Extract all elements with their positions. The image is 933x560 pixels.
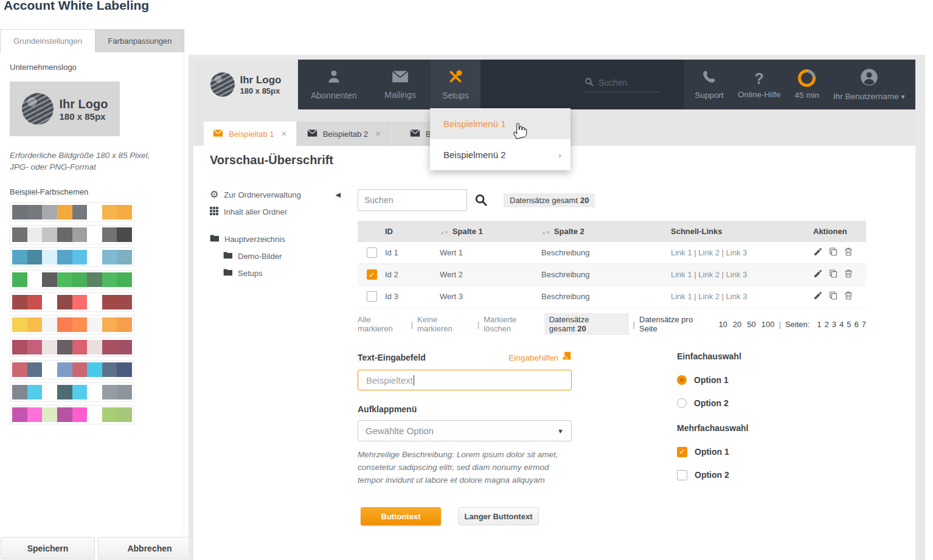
color-swatch [42, 272, 57, 287]
col-header-aktionen: Aktionen [813, 227, 866, 236]
table-search-input[interactable] [358, 189, 467, 211]
nav-logo[interactable]: Ihr Logo 180 x 85px [193, 60, 298, 109]
tree-manage-folders[interactable]: ⚙ Zur Ordnerverwaltung ◀ [210, 186, 341, 203]
nav-online-help[interactable]: ? Online-Hilfe [738, 71, 781, 99]
tree-all-folders[interactable]: Inhalt aller Ordner [210, 203, 341, 220]
cell-quick-links[interactable]: Link 1 | Link 2 | Link 3 [671, 270, 813, 279]
nav-item-abonnenten[interactable]: Abonnenten [298, 60, 370, 109]
menu-item-beispielmenu-2[interactable]: Beispielmenü 2 › [430, 139, 571, 170]
bulk-action-link[interactable]: Markierte löschen [484, 315, 544, 333]
bulk-action-link[interactable]: Keine markieren [417, 315, 473, 333]
doc-tab-2[interactable]: Beispieltab 2 ✕ [296, 122, 391, 146]
nav-item-setups[interactable]: Setups [431, 60, 480, 109]
preview-content: Vorschau-Überschrift ⚙ Zur Ordnerverwalt… [193, 146, 915, 560]
nav-item-mailings[interactable]: Mailings [370, 60, 431, 109]
per-page-option[interactable]: 100 [761, 320, 775, 329]
color-scheme-row[interactable] [10, 337, 134, 357]
delete-icon[interactable] [844, 291, 853, 302]
page-number[interactable]: 3 [832, 320, 836, 329]
color-scheme-row[interactable] [10, 405, 134, 424]
tab-grundeinstellungen[interactable]: Grundeinstellungen [0, 29, 95, 52]
radio-option-2[interactable]: Option 2 [677, 392, 799, 415]
color-scheme-row[interactable] [10, 225, 134, 244]
cancel-button[interactable]: Abbrechen [98, 537, 201, 559]
folder-hauptverzeichnis[interactable]: Hauptverzeichnis [210, 230, 341, 247]
radio-icon[interactable] [677, 375, 687, 385]
preview-panel: Ihr Logo 180 x 85px Abonnenten Mailings [189, 55, 925, 560]
color-scheme-row[interactable] [10, 360, 134, 379]
tree-label: Zur Ordnerverwaltung [224, 190, 300, 199]
color-swatch [102, 250, 117, 264]
per-page-option[interactable]: 10 [718, 320, 727, 329]
checkbox-option-2[interactable]: ✓ Option 2 [677, 463, 799, 486]
col-header-spalte2[interactable]: ▲▼Spalte 2 [541, 227, 671, 236]
folder-demo-bilder[interactable]: Demo-Bilder [210, 247, 341, 264]
input-helper-link[interactable]: Eingabehilfen [508, 351, 572, 364]
checkbox-option-1[interactable]: ✓ Option 1 [677, 440, 799, 463]
color-swatch [117, 272, 132, 287]
close-icon[interactable]: ✕ [375, 130, 381, 138]
page-title: Account White Labeling [4, 0, 149, 13]
search-icon[interactable] [474, 193, 488, 207]
page-number[interactable]: 5 [847, 320, 851, 329]
col-header-spalte1[interactable]: ▲▼Spalte 1 [440, 227, 541, 236]
row-checkbox[interactable]: ✓ [367, 247, 377, 258]
per-page-option[interactable]: 20 [733, 320, 741, 329]
text-field-label: Text-Eingabefeld [358, 353, 426, 362]
copy-icon[interactable] [828, 247, 838, 258]
delete-icon[interactable] [844, 269, 853, 280]
mail-icon [213, 129, 223, 139]
color-scheme-row[interactable] [10, 202, 134, 222]
copy-icon[interactable] [828, 269, 838, 280]
color-scheme-row[interactable] [10, 382, 134, 402]
page-number[interactable]: 6 [855, 320, 859, 329]
company-logo-preview[interactable]: Ihr Logo 180 x 85px [10, 81, 120, 136]
color-scheme-row[interactable] [10, 292, 134, 312]
close-icon[interactable]: ✕ [282, 130, 287, 138]
radio-option-1[interactable]: Option 1 [677, 368, 799, 392]
delete-icon[interactable] [844, 247, 853, 258]
nav-search-input[interactable] [598, 78, 653, 88]
color-scheme-row[interactable] [10, 315, 134, 334]
page-number[interactable]: 4 [839, 320, 844, 329]
collapse-arrow-icon[interactable]: ◀ [336, 191, 341, 199]
row-checkbox[interactable]: ✓ [367, 291, 377, 302]
folder-setups[interactable]: Setups [210, 264, 341, 282]
page-number[interactable]: 1 [817, 320, 821, 329]
color-swatch [72, 362, 88, 377]
bulk-action-link[interactable]: Alle markieren [358, 315, 407, 333]
cell-quick-links[interactable]: Link 1 | Link 2 | Link 3 [671, 292, 813, 301]
checkbox-icon[interactable]: ✓ [677, 447, 687, 457]
doc-tab-1[interactable]: Beispieltab 1 ✕ [204, 122, 296, 146]
edit-icon[interactable] [813, 269, 823, 280]
nav-right-label: 45 min [794, 91, 819, 100]
edit-icon[interactable] [813, 291, 823, 302]
secondary-button[interactable]: Langer Buttontext [458, 507, 539, 525]
page-number[interactable]: 2 [825, 320, 829, 329]
checkbox-icon[interactable]: ✓ [677, 470, 687, 480]
col-header-id[interactable]: ID [385, 227, 440, 236]
edit-icon[interactable] [813, 247, 823, 258]
dropdown-select[interactable]: Gewählte Option ▼ [358, 420, 572, 441]
cell-col2: Beschreibung [541, 248, 671, 257]
nav-search-field[interactable] [584, 77, 659, 92]
text-input[interactable]: Beispieltext [358, 370, 572, 390]
nav-session-timer[interactable]: 45 min [794, 69, 819, 100]
tab-farbanpassungen[interactable]: Farbanpassungen [95, 29, 184, 52]
menu-item-beispielmenu-1[interactable]: Beispielmenü 1 [430, 108, 571, 139]
row-checkbox[interactable]: ✓ [367, 269, 377, 280]
color-scheme-row[interactable] [10, 270, 134, 289]
nav-support[interactable]: Support [695, 70, 724, 100]
color-swatch [12, 272, 27, 287]
color-scheme-row[interactable] [10, 247, 134, 267]
color-schemes-label: Beispiel-Farbschemen [10, 187, 174, 196]
nav-user-menu[interactable]: Ihr Benutzername▾ [833, 68, 904, 101]
color-swatch [12, 250, 27, 264]
cell-quick-links[interactable]: Link 1 | Link 2 | Link 3 [671, 248, 813, 257]
save-button[interactable]: Speichern [1, 537, 95, 559]
radio-icon[interactable] [677, 398, 687, 408]
page-number[interactable]: 7 [862, 320, 866, 329]
copy-icon[interactable] [828, 291, 838, 302]
primary-button[interactable]: Buttontext [361, 507, 441, 525]
per-page-option[interactable]: 50 [747, 320, 755, 329]
